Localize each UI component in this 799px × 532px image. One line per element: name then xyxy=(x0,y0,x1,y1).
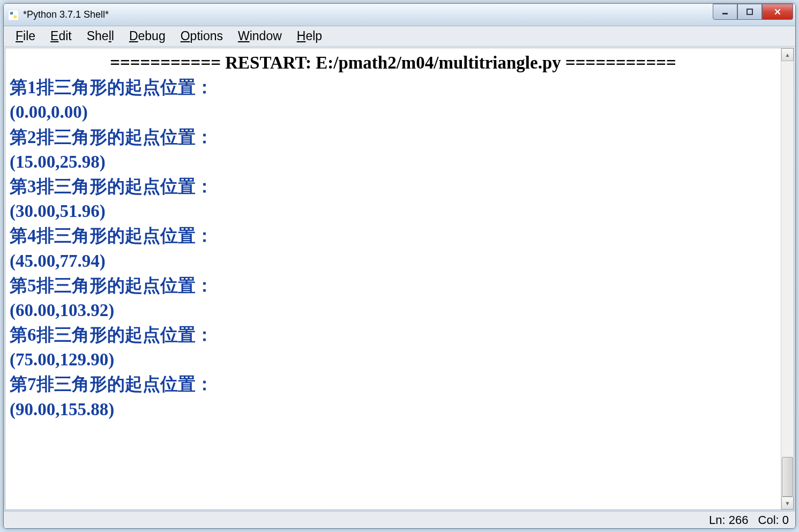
output-line: (15.00,25.98) xyxy=(10,149,776,174)
status-col: Col: 0 xyxy=(758,513,789,527)
output-line: 第7排三角形的起点位置： xyxy=(10,372,776,396)
svg-point-2 xyxy=(15,17,16,18)
scroll-down-button[interactable]: ▼ xyxy=(781,497,794,509)
restart-suffix: =========== xyxy=(565,53,676,72)
close-icon xyxy=(774,8,781,16)
scroll-thumb[interactable] xyxy=(782,457,793,497)
menu-edit[interactable]: Edit xyxy=(43,27,79,46)
restart-banner: =========== RESTART: E:/pmath2/m04/multi… xyxy=(10,50,776,75)
chevron-up-icon: ▲ xyxy=(785,52,790,58)
menu-help[interactable]: Help xyxy=(289,27,330,46)
idle-app-icon xyxy=(8,10,19,20)
restart-text: RESTART: E:/pmath2/m04/multitriangle.py xyxy=(221,53,565,72)
output-line: (45.00,77.94) xyxy=(10,249,776,273)
output-line: (0.00,0.00) xyxy=(10,100,776,124)
minimize-button[interactable] xyxy=(713,4,737,20)
maximize-icon xyxy=(746,8,753,16)
output-line: (30.00,51.96) xyxy=(10,199,776,223)
restart-prefix: =========== xyxy=(110,53,221,72)
maximize-button[interactable] xyxy=(737,4,762,20)
svg-point-1 xyxy=(11,12,12,13)
statusbar: Ln: 266 Col: 0 xyxy=(4,511,795,528)
output-line: 第2排三角形的起点位置： xyxy=(10,125,776,149)
chevron-down-icon: ▼ xyxy=(785,500,790,506)
output-line: 第3排三角形的起点位置： xyxy=(10,174,776,199)
svg-rect-3 xyxy=(722,13,728,14)
output-line: 第5排三角形的起点位置： xyxy=(10,273,776,298)
output-line: (75.00,129.90) xyxy=(10,347,776,372)
menu-file[interactable]: File xyxy=(8,27,43,46)
minimize-icon xyxy=(721,8,729,16)
output-line: (60.00,103.92) xyxy=(10,298,776,323)
window-title: *Python 3.7.1 Shell* xyxy=(23,9,713,20)
vertical-scrollbar[interactable]: ▲ ▼ xyxy=(781,48,794,509)
output-line: 第6排三角形的起点位置： xyxy=(10,323,776,347)
menu-debug[interactable]: Debug xyxy=(122,27,173,46)
content-area: =========== RESTART: E:/pmath2/m04/multi… xyxy=(5,48,794,510)
python-shell-window: *Python 3.7.1 Shell* File Edit Shell Deb… xyxy=(3,3,796,529)
titlebar[interactable]: *Python 3.7.1 Shell* xyxy=(4,4,795,26)
shell-output[interactable]: =========== RESTART: E:/pmath2/m04/multi… xyxy=(5,48,781,509)
close-button[interactable] xyxy=(762,4,793,20)
output-line: 第4排三角形的起点位置： xyxy=(10,223,776,248)
menu-shell[interactable]: Shell xyxy=(79,27,122,46)
menubar: File Edit Shell Debug Options Window Hel… xyxy=(4,26,795,47)
scroll-track[interactable] xyxy=(781,61,794,497)
menu-window[interactable]: Window xyxy=(230,27,289,46)
svg-rect-0 xyxy=(8,10,19,20)
scroll-up-button[interactable]: ▲ xyxy=(781,48,794,61)
svg-rect-4 xyxy=(747,9,752,14)
status-line: Ln: 266 xyxy=(709,513,748,527)
output-line: (90.00,155.88) xyxy=(10,397,776,422)
menu-options[interactable]: Options xyxy=(173,27,230,46)
output-line: 第1排三角形的起点位置： xyxy=(10,75,776,100)
window-controls xyxy=(713,4,793,20)
